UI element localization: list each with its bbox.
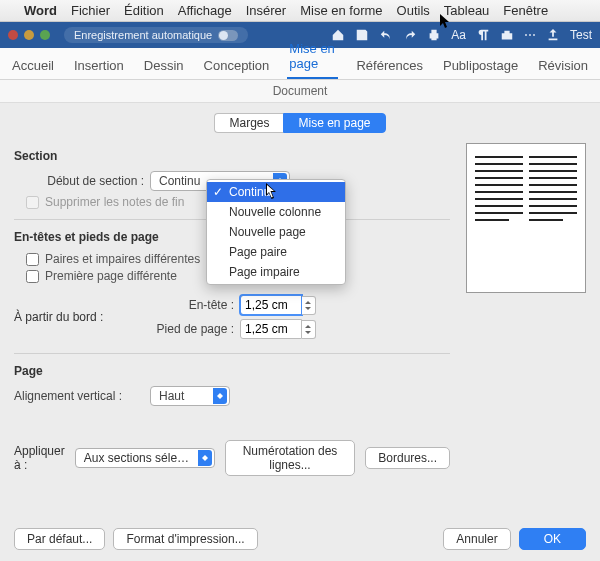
- menubar-item-edition[interactable]: Édition: [124, 3, 164, 18]
- save-icon[interactable]: [355, 28, 369, 42]
- section-start-value: Continu: [159, 174, 200, 188]
- menubar-item-fichier[interactable]: Fichier: [71, 3, 110, 18]
- apple-menubar: Word Fichier Édition Affichage Insérer M…: [0, 0, 600, 22]
- tab-dessin[interactable]: Dessin: [142, 52, 186, 79]
- page-setup-dialog: Marges Mise en page Section Début de sec…: [0, 103, 600, 561]
- menubar-item-inserer[interactable]: Insérer: [246, 3, 286, 18]
- section-start-label: Début de section :: [14, 174, 144, 188]
- footer-label: Pied de page :: [134, 322, 234, 336]
- dropdown-option-nouvelle-colonne[interactable]: Nouvelle colonne: [207, 202, 345, 222]
- dropdown-option-page-impaire[interactable]: Page impaire: [207, 262, 345, 282]
- print-format-button[interactable]: Format d'impression...: [113, 528, 257, 550]
- overflow-icon[interactable]: ⋯: [524, 28, 536, 42]
- chevron-updown-icon: [213, 388, 227, 404]
- ok-button[interactable]: OK: [519, 528, 586, 550]
- default-button[interactable]: Par défaut...: [14, 528, 105, 550]
- menubar-item-mise-en-forme[interactable]: Mise en forme: [300, 3, 382, 18]
- section-heading: Section: [14, 149, 450, 163]
- dialog-tab-mise-en-page[interactable]: Mise en page: [283, 113, 385, 133]
- apply-to-label: Appliquer à :: [14, 444, 65, 472]
- menubar-app[interactable]: Word: [24, 3, 57, 18]
- header-stepper[interactable]: [302, 296, 316, 315]
- ribbon-tabs: Accueil Insertion Dessin Conception Mise…: [0, 48, 600, 80]
- redo-icon[interactable]: [403, 28, 417, 42]
- toggle-icon[interactable]: [218, 30, 238, 41]
- footer-distance-input[interactable]: [240, 319, 302, 339]
- tab-revision[interactable]: Révision: [536, 52, 590, 79]
- tab-insertion[interactable]: Insertion: [72, 52, 126, 79]
- chevron-updown-icon: [198, 450, 212, 466]
- autosave-label: Enregistrement automatique: [74, 29, 212, 41]
- page-preview: [466, 143, 586, 293]
- odd-even-label: Paires et impaires différentes: [45, 252, 200, 266]
- dropdown-option-page-paire[interactable]: Page paire: [207, 242, 345, 262]
- paragraph-icon[interactable]: [476, 28, 490, 42]
- first-page-label: Première page différente: [45, 269, 177, 283]
- cursor-icon: [265, 183, 279, 204]
- document-name[interactable]: Test: [570, 28, 592, 42]
- undo-icon[interactable]: [379, 28, 393, 42]
- tab-accueil[interactable]: Accueil: [10, 52, 56, 79]
- borders-button[interactable]: Bordures...: [365, 447, 450, 469]
- apply-to-select[interactable]: Aux sections séle…: [75, 448, 215, 468]
- page-heading: Page: [14, 364, 450, 378]
- first-page-input[interactable]: [26, 270, 39, 283]
- header-distance-input[interactable]: [240, 295, 302, 315]
- autosave-toggle[interactable]: Enregistrement automatique: [64, 27, 248, 43]
- window-controls[interactable]: [8, 30, 50, 40]
- line-numbers-button[interactable]: Numérotation des lignes...: [225, 440, 356, 476]
- apply-to-value: Aux sections séle…: [84, 451, 189, 465]
- valign-value: Haut: [159, 389, 184, 403]
- from-edge-label: À partir du bord :: [14, 310, 124, 324]
- tab-references[interactable]: Références: [354, 52, 424, 79]
- header-label: En-tête :: [134, 298, 234, 312]
- dialog-tab-marges[interactable]: Marges: [214, 113, 283, 133]
- menubar-item-affichage[interactable]: Affichage: [178, 3, 232, 18]
- dialog-tabs: Marges Mise en page: [14, 113, 586, 133]
- menubar-item-fenetre[interactable]: Fenêtre: [503, 3, 548, 18]
- cancel-button[interactable]: Annuler: [443, 528, 510, 550]
- odd-even-input[interactable]: [26, 253, 39, 266]
- share-icon[interactable]: [546, 28, 560, 42]
- suppress-endnotes-label: Supprimer les notes de fin: [45, 195, 184, 209]
- tab-conception[interactable]: Conception: [202, 52, 272, 79]
- toolbox-icon[interactable]: [500, 28, 514, 42]
- valign-select[interactable]: Haut: [150, 386, 230, 406]
- tab-publipostage[interactable]: Publipostage: [441, 52, 520, 79]
- dialog-title: Document: [0, 80, 600, 103]
- suppress-endnotes-input[interactable]: [26, 196, 39, 209]
- cursor-icon: [440, 14, 452, 33]
- dropdown-option-nouvelle-page[interactable]: Nouvelle page: [207, 222, 345, 242]
- menubar-item-outils[interactable]: Outils: [397, 3, 430, 18]
- footer-stepper[interactable]: [302, 320, 316, 339]
- tab-mise-en-page[interactable]: Mise en page: [287, 35, 338, 79]
- font-size-icon[interactable]: Aa: [451, 28, 466, 42]
- valign-label: Alignement vertical :: [14, 389, 144, 403]
